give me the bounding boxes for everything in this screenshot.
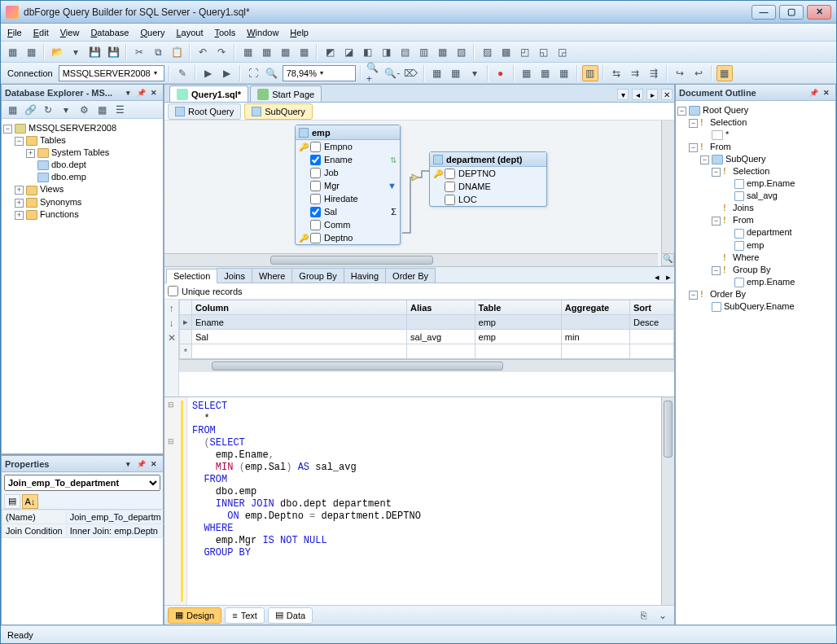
col-loc-check[interactable]	[445, 195, 455, 205]
debug-icon[interactable]: ▶	[219, 65, 235, 81]
selection-grid[interactable]: ColumnAliasTableAggregateSort ▸EnameempD…	[179, 300, 674, 396]
col-empno-check[interactable]	[310, 142, 321, 152]
outline-tree[interactable]: −Root Query −!Selection +* −!From −SubQu…	[676, 101, 835, 624]
outline-groupby[interactable]: Group By	[733, 265, 770, 274]
gridtab-where[interactable]: Where	[252, 268, 292, 283]
tree-synonyms[interactable]: Synonyms	[40, 197, 81, 207]
outline-toggle-icon[interactable]: ▦	[716, 65, 733, 81]
menu-query[interactable]: Query	[140, 28, 164, 37]
connect-icon[interactable]: 🔗	[22, 102, 38, 118]
save-all-icon[interactable]: 💾	[105, 44, 121, 60]
col-deptno-check[interactable]	[445, 169, 455, 179]
sql-icon[interactable]: ▦	[94, 102, 110, 118]
open-icon[interactable]: 📂	[49, 44, 65, 60]
layout-icon[interactable]: ◩	[322, 44, 338, 60]
outline-selection[interactable]: Selection	[710, 117, 747, 127]
undo-icon[interactable]: ↶	[195, 44, 211, 60]
save-icon[interactable]: 💾	[86, 44, 103, 60]
outline-emp[interactable]: emp	[747, 240, 764, 250]
copy-icon[interactable]: ⧉	[150, 44, 166, 60]
row-up-icon[interactable]: ↑	[169, 303, 174, 314]
grid-next-icon[interactable]: ▸	[663, 272, 674, 283]
table-department[interactable]: department (dept) 🔑DEPTNO 🔑DNAME 🔑LOC	[429, 151, 547, 207]
tab-startpage[interactable]: Start Page	[250, 85, 322, 102]
col-hiredate-check[interactable]	[310, 194, 321, 204]
menu-view[interactable]: View	[60, 28, 80, 37]
properties-icon[interactable]: ☰	[112, 102, 128, 118]
relation-icon[interactable]: ⇶	[646, 65, 662, 81]
col-job-check[interactable]	[310, 168, 321, 178]
outline-star[interactable]: *	[725, 129, 729, 139]
designer-hscroll[interactable]	[164, 253, 658, 266]
col-ename-check[interactable]	[310, 155, 321, 165]
panel-close-icon[interactable]: ✕	[148, 87, 160, 99]
redo-icon[interactable]: ↷	[213, 44, 230, 60]
gridtab-orderby[interactable]: Order By	[385, 268, 436, 283]
tree-table-dept[interactable]: dbo.dept	[51, 160, 86, 169]
layout-icon[interactable]: ◪	[340, 44, 357, 60]
expand-icon[interactable]: ⌄	[655, 607, 671, 624]
layout-icon[interactable]: ▧	[453, 44, 469, 60]
view-text-tab[interactable]: ≡Text	[225, 607, 265, 624]
designer-vscroll[interactable]	[661, 120, 674, 253]
maximize-button[interactable]: ▢	[779, 5, 804, 20]
sql-vscroll[interactable]	[661, 397, 674, 605]
execute-icon[interactable]: ▶	[200, 65, 217, 81]
zoom-corner-icon[interactable]: 🔍	[661, 253, 674, 266]
col-sal-check[interactable]	[310, 207, 321, 217]
layout-icon[interactable]: ▥	[415, 44, 432, 60]
configure-icon[interactable]: ⚙	[76, 102, 92, 118]
tab-dropdown-icon[interactable]: ▾	[617, 89, 629, 100]
zoom-dropdown[interactable]: 78,94%▾	[283, 65, 356, 81]
categorize-icon[interactable]: ▤	[4, 494, 20, 509]
layout-icon[interactable]: ◧	[359, 44, 375, 60]
unique-records-check[interactable]	[168, 286, 178, 296]
tree-functions[interactable]: Functions	[40, 209, 79, 219]
layout-icon[interactable]: ▦	[434, 44, 450, 60]
col-dname-check[interactable]	[445, 182, 455, 192]
properties-object-select[interactable]: Join_emp_To_department	[4, 475, 160, 491]
tree-view-icon[interactable]: ⌦	[403, 65, 419, 81]
pin-icon[interactable]: 📌	[808, 87, 819, 99]
layout-icon[interactable]: ◨	[378, 44, 394, 60]
outline-where[interactable]: Where	[733, 252, 759, 262]
gridtab-having[interactable]: Having	[344, 268, 386, 283]
add-table-icon[interactable]: ▦	[556, 65, 572, 81]
panel-dropdown-icon[interactable]: ▾	[122, 458, 134, 470]
tab-query1[interactable]: Query1.sql*	[169, 85, 248, 102]
sort-az-icon[interactable]: A↓	[22, 494, 38, 509]
layout-icon[interactable]: ▩	[497, 44, 514, 60]
grid-icon[interactable]: ▦	[258, 44, 274, 60]
tree-system-tables[interactable]: System Tables	[51, 147, 109, 157]
panel-toggle-icon[interactable]: ▥	[582, 65, 598, 81]
outline-root[interactable]: Root Query	[703, 105, 748, 115]
zoom-in-icon[interactable]: 🔍+	[366, 65, 382, 81]
grid-icon[interactable]: ▦	[296, 44, 312, 60]
outline-ob-subquery[interactable]: SubQuery.Ename	[724, 301, 795, 311]
outline-gb-ename[interactable]: emp.Ename	[747, 277, 795, 287]
tree-views[interactable]: Views	[40, 184, 64, 194]
menu-edit[interactable]: Edit	[33, 28, 49, 37]
tab-prev-icon[interactable]: ◂	[632, 89, 643, 100]
edit-connection-icon[interactable]: ✎	[174, 65, 191, 81]
grid-row[interactable]: Salsal_avgempmin	[180, 330, 674, 344]
zoom-out-icon[interactable]: 🔍-	[384, 65, 401, 81]
outline-sq-from[interactable]: From	[733, 215, 754, 225]
col-mgr-check[interactable]	[310, 181, 321, 191]
paste-icon[interactable]: 📋	[169, 44, 185, 60]
grid-prev-icon[interactable]: ◂	[651, 272, 663, 283]
relation-icon[interactable]: ⇆	[608, 65, 624, 81]
sql-editor[interactable]: ⊟⊟ SELECT * FROM (SELECT emp.Ename, MIN …	[164, 397, 674, 605]
db-explorer-tree[interactable]: −MSSQLSERVER2008 −Tables +System Tables …	[2, 119, 163, 453]
col-comm-check[interactable]	[310, 220, 321, 230]
grid-icon[interactable]: ▦	[239, 44, 256, 60]
results-grid-icon[interactable]: ▦	[429, 65, 445, 81]
relation-icon[interactable]: ⇉	[627, 65, 643, 81]
menu-file[interactable]: File	[7, 28, 22, 37]
gridtab-joins[interactable]: Joins	[217, 268, 252, 283]
grid-hscroll[interactable]	[179, 359, 674, 372]
outline-from[interactable]: From	[710, 142, 731, 151]
tree-table-emp[interactable]: dbo.emp	[51, 172, 86, 182]
row-delete-icon[interactable]: ✕	[168, 332, 176, 344]
titlebar[interactable]: dbForge Query Builder for SQL Server - Q…	[1, 1, 836, 24]
